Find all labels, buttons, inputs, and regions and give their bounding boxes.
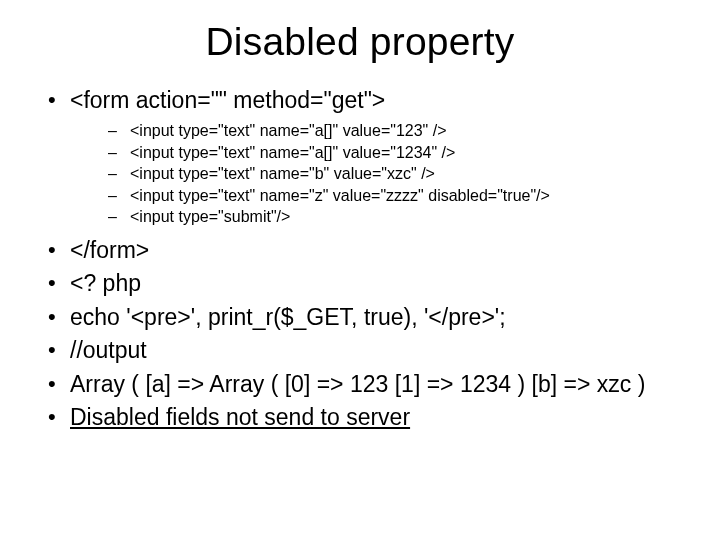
bullet-php-open: <? php [46,269,676,298]
bullet-list: <form action="" method="get"> <input typ… [44,86,676,432]
bullet-form-open: <form action="" method="get"> <input typ… [46,86,676,228]
input-line: <input type="text" name="b" value="xzc" … [106,164,676,184]
bullet-summary: Disabled fields not send to server [46,403,676,432]
bullet-output-value: Array ( [a] => Array ( [0] => 123 [1] =>… [46,370,676,399]
input-line: <input type="text" name="a[]" value="123… [106,143,676,163]
input-line: <input type="text" name="a[]" value="123… [106,121,676,141]
slide: Disabled property <form action="" method… [0,0,720,540]
inputs-list: <input type="text" name="a[]" value="123… [70,121,676,227]
input-line: <input type="submit"/> [106,207,676,227]
slide-title: Disabled property [44,20,676,64]
bullet-output-label: //output [46,336,676,365]
bullet-echo: echo '<pre>', print_r($_GET, true), '</p… [46,303,676,332]
summary-text: Disabled fields not send to server [70,404,410,430]
bullet-form-close: </form> [46,236,676,265]
form-open-text: <form action="" method="get"> [70,87,385,113]
input-line: <input type="text" name="z" value="zzzz"… [106,186,676,206]
